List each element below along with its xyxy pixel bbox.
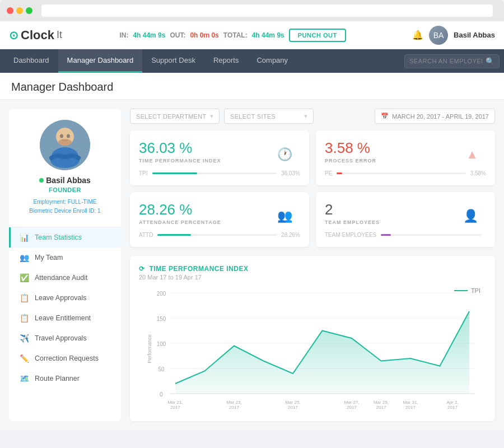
punch-out-button[interactable]: PUNCH OUT: [289, 29, 346, 42]
y-label-200: 200: [157, 291, 166, 297]
x-label-mar31: Mar 31,: [403, 400, 418, 405]
attd-progress-bg: [157, 234, 277, 236]
profile-name-row: Basil Abbas: [39, 176, 91, 185]
stat-attd-inner: 👥 28.26 % ATTENDANCE PERCENTAGE ATTD 28.…: [139, 201, 300, 238]
menu-label-leave-approvals: Leave Approvals: [35, 294, 86, 302]
tpi-chart: 200 150 100 50 0 Performance: [139, 287, 486, 410]
nav-company[interactable]: Company: [248, 49, 297, 73]
team-label: TEAM EMPLOYEES: [325, 220, 486, 225]
team-key: TEAM EMPLOYEES: [325, 232, 376, 238]
chart-title-row: ⟳ TIME PERFORMANCE INDEX: [139, 265, 486, 273]
sidebar-item-travel-approvals[interactable]: ✈️ Travel Approvals: [9, 328, 121, 348]
main-content: SELECT DEPARTMENT ▾ SELECT SITES ▾ 📅 MAR…: [130, 109, 495, 421]
total-label: TOTAL:: [223, 31, 248, 39]
menu-label-travel-approvals: Travel Approvals: [35, 334, 87, 342]
nav-support-desk[interactable]: Support Desk: [142, 49, 204, 73]
sidebar: Basil Abbas FOUNDER Employment: FULL-TIM…: [9, 109, 121, 421]
x-label-mar23-year: 2017: [229, 405, 239, 410]
x-label-mar21-year: 2017: [170, 405, 180, 410]
chart-container: TPI 200 150 100 50 0 Performance: [139, 287, 486, 412]
out-label: OUT:: [170, 31, 185, 39]
calendar-icon: 📅: [381, 113, 389, 120]
user-section: 🔔 BA Basil Abbas: [412, 26, 495, 45]
chevron-down-icon: ▾: [210, 113, 213, 120]
page-title: Manager Dashboard: [0, 73, 504, 100]
stat-tpi-inner: 🕐 36.03 % TIME PERFORMANCE INDEX TPI 36.…: [139, 139, 300, 176]
attd-key: ATTD: [139, 232, 153, 238]
date-range-filter[interactable]: 📅 MARCH 20, 2017 - APRIL 19, 2017: [375, 109, 495, 124]
pe-bar-val: 3.58%: [470, 170, 486, 176]
nav-reports[interactable]: Reports: [204, 49, 248, 73]
menu-label-correction-requests: Correction Requests: [35, 354, 99, 362]
attd-value: 28.26 %: [139, 201, 300, 218]
logo: ⊙ ClockIt: [9, 28, 62, 43]
department-placeholder: SELECT DEPARTMENT: [136, 113, 207, 120]
tpi-progress-fill: [152, 172, 197, 174]
user-avatar[interactable]: BA: [429, 26, 448, 45]
nav-bar: Dashboard Manager Dashboard Support Desk…: [0, 49, 504, 73]
sidebar-menu: 📊 Team Statistics 👥 My Team ✅ Attendance…: [9, 227, 121, 389]
logo-suffix: It: [57, 29, 62, 41]
attd-progress-row: ATTD 28.26%: [139, 232, 300, 238]
employment-detail: Employment: FULL-TIME: [29, 198, 100, 207]
leave-icon: 📋: [20, 293, 29, 302]
notification-icon[interactable]: 🔔: [412, 30, 423, 40]
y-label-50: 50: [158, 366, 165, 372]
pe-progress-bg: [337, 172, 465, 174]
correction-icon: ✏️: [20, 354, 29, 363]
tpi-value: 36.03 %: [139, 139, 300, 157]
tpi-progress-bg: [152, 172, 277, 174]
employee-search-bar[interactable]: 🔍: [404, 54, 500, 68]
time-info: IN: 4h 44m 9s OUT: 0h 0m 0s TOTAL: 4h 44…: [62, 29, 403, 42]
department-filter[interactable]: SELECT DEPARTMENT ▾: [130, 109, 220, 124]
nav-dashboard[interactable]: Dashboard: [4, 49, 58, 73]
profile-name: Basil Abbas: [46, 176, 91, 185]
filter-bar: SELECT DEPARTMENT ▾ SELECT SITES ▾ 📅 MAR…: [130, 109, 495, 124]
sidebar-item-my-team[interactable]: 👥 My Team: [9, 248, 121, 268]
menu-label-route-planner: Route Planner: [35, 375, 80, 382]
address-bar[interactable]: [41, 4, 493, 17]
stats-grid: 🕐 36.03 % TIME PERFORMANCE INDEX TPI 36.…: [130, 130, 495, 247]
nav-manager-dashboard[interactable]: Manager Dashboard: [58, 49, 143, 73]
profile-detail: Employment: FULL-TIME Biometric Device E…: [29, 198, 100, 216]
entitlement-icon: 📋: [20, 314, 29, 323]
x-label-mar27: Mar 27,: [344, 400, 359, 405]
stat-card-pe: ▲ 3.58 % PROCESS ERROR PE 3.58%: [316, 130, 495, 185]
x-label-mar23: Mar 23,: [226, 400, 241, 405]
sidebar-item-team-statistics[interactable]: 📊 Team Statistics: [9, 227, 121, 248]
dot-minimize[interactable]: [16, 7, 23, 14]
menu-label-leave-entitlement: Leave Entitlement: [35, 314, 91, 322]
team-icon: 👥: [20, 253, 29, 262]
profile-avatar: [40, 120, 90, 170]
y-label-100: 100: [157, 341, 166, 347]
tpi-bar-val: 36.03%: [281, 170, 300, 176]
sidebar-item-route-planner[interactable]: 🗺️ Route Planner: [9, 368, 121, 389]
pe-value: 3.58 %: [325, 139, 486, 157]
sidebar-item-attendance-audit[interactable]: ✅ Attendance Audit: [9, 268, 121, 288]
user-name: Basil Abbas: [454, 31, 495, 39]
team-progress-row: TEAM EMPLOYEES: [325, 232, 486, 238]
biometric-detail: Biometric Device Enroll ID: 1: [29, 207, 100, 216]
chart-title-icon: ⟳: [139, 265, 145, 273]
chart-legend: TPI: [454, 287, 480, 294]
avatar-initials: BA: [433, 31, 444, 40]
menu-label-team-statistics: Team Statistics: [35, 234, 82, 241]
sidebar-item-leave-entitlement[interactable]: 📋 Leave Entitlement: [9, 308, 121, 328]
dot-maximize[interactable]: [26, 7, 32, 14]
route-icon: 🗺️: [20, 374, 29, 383]
y-label-150: 150: [157, 316, 166, 322]
dot-close[interactable]: [7, 7, 13, 14]
sites-filter[interactable]: SELECT SITES ▾: [224, 109, 314, 124]
x-label-mar21: Mar 21,: [167, 400, 183, 405]
chart-subtitle: 20 Mar 17 to 19 Apr 17: [139, 274, 486, 281]
tpi-key: TPI: [139, 170, 148, 176]
date-range-text: MARCH 20, 2017 - APRIL 19, 2017: [392, 113, 489, 120]
sidebar-item-correction-requests[interactable]: ✏️ Correction Requests: [9, 348, 121, 368]
employee-search-input[interactable]: [409, 58, 482, 64]
svg-point-6: [58, 139, 72, 146]
pe-progress-row: PE 3.58%: [325, 170, 486, 176]
attd-progress-fill: [157, 234, 191, 236]
sidebar-item-leave-approvals[interactable]: 📋 Leave Approvals: [9, 288, 121, 308]
stats-icon: 📊: [20, 233, 29, 242]
browser-chrome: [0, 0, 504, 21]
